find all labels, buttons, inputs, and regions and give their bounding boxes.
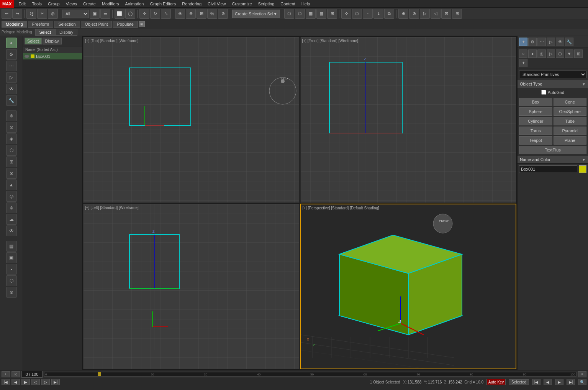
bind-button[interactable]: ◎ <box>48 9 58 19</box>
btn-geosphere[interactable]: GeoSphere <box>554 107 587 116</box>
go-start-btn[interactable]: |◀ <box>2 379 10 385</box>
extra-4[interactable]: ⤓ <box>373 9 383 19</box>
create-selection-btn[interactable]: Create Selection Sel▼ <box>232 10 280 18</box>
tab-object-paint[interactable]: Object Paint <box>81 21 112 28</box>
explorer-display-btn[interactable]: Display <box>43 38 62 44</box>
menu-modifiers[interactable]: Modifiers <box>99 1 122 7</box>
menu-help[interactable]: Help <box>298 1 313 7</box>
play-end-3[interactable]: ▶ <box>555 379 563 385</box>
btn-box[interactable]: Box <box>519 98 552 106</box>
name-color-section-header[interactable]: Name and Color ▼ <box>518 156 588 164</box>
btn-tube[interactable]: Tube <box>554 117 587 125</box>
prev-frame-btn[interactable]: ◀ <box>11 379 20 385</box>
menu-graph-editors[interactable]: Graph Editors <box>147 1 179 7</box>
sidebar-s10[interactable]: ☁ <box>6 214 17 225</box>
scale-btn[interactable]: ⤡ <box>161 9 171 19</box>
sidebar-s13[interactable]: ▣ <box>6 252 17 263</box>
menu-civil-view[interactable]: Civil View <box>205 1 229 7</box>
play-btn[interactable]: ▶ <box>21 379 30 385</box>
sidebar-motion-icon[interactable]: ▷ <box>6 72 17 83</box>
sidebar-modify-icon[interactable]: ⚙ <box>6 49 17 60</box>
btn-torus[interactable]: Torus <box>519 127 552 135</box>
autogrid-label[interactable]: AutoGrid <box>541 90 564 95</box>
extra-9[interactable]: ◁ <box>431 9 441 19</box>
angle-snap[interactable]: ⊞ <box>197 9 206 19</box>
sidebar-hierarchy-icon[interactable]: ⋯ <box>6 61 17 71</box>
rp-create-icon[interactable]: ✦ <box>519 38 527 46</box>
btn-pyramid[interactable]: Pyramid <box>554 127 587 135</box>
key-mode-btn[interactable]: K <box>11 371 20 377</box>
tab-populate[interactable]: Populate <box>113 21 138 28</box>
named-sel-2[interactable]: ⬡ <box>295 9 305 19</box>
extra-2[interactable]: ⬡ <box>352 9 362 19</box>
sidebar-s12[interactable]: ▤ <box>6 241 17 252</box>
sidebar-s2[interactable]: ⊙ <box>6 122 17 133</box>
tab-selection[interactable]: Selection <box>54 21 80 28</box>
play-end-2[interactable]: ◀ <box>544 379 552 385</box>
play-end-4[interactable]: ▶| <box>567 379 575 385</box>
extra-3[interactable]: ↑ <box>363 9 373 19</box>
extra-6[interactable]: ⊕ <box>398 9 408 19</box>
menu-content[interactable]: Content <box>277 1 298 7</box>
sidebar-s9[interactable]: ⊚ <box>6 202 17 213</box>
move-btn[interactable]: ✛ <box>139 9 149 19</box>
menu-animation[interactable]: Animation <box>122 1 147 7</box>
viewport-perspective[interactable]: ⊿ PERSP X Y [+] [Perspective] [Standard]… <box>300 204 517 370</box>
btn-plane[interactable]: Plane <box>554 136 587 145</box>
zoom-btn[interactable]: 🔍 <box>578 379 586 385</box>
autogrid-checkbox[interactable] <box>541 90 546 95</box>
unlink-button[interactable]: ✂ <box>37 9 47 19</box>
menu-views[interactable]: Views <box>63 1 80 7</box>
sidebar-s7[interactable]: ▲ <box>6 179 17 190</box>
sidebar-s1[interactable]: ⊕ <box>6 110 17 121</box>
explorer-select-btn[interactable]: Select <box>25 38 42 44</box>
object-color-swatch[interactable] <box>579 165 586 173</box>
menu-tools[interactable]: Tools <box>29 1 45 7</box>
sidebar-s5[interactable]: ⊞ <box>6 156 17 167</box>
sidebar-create-icon[interactable]: ● <box>6 38 17 48</box>
viewport-top[interactable]: [+] [Top] [Standard] [Wireframe] TOP <box>83 37 300 203</box>
named-sel-4[interactable]: ▦ <box>316 9 326 19</box>
rp-s5[interactable]: ⬡ <box>556 49 564 58</box>
autokey-btn[interactable]: Auto Key <box>486 379 506 385</box>
timeline-slider-track[interactable]: 0 10 20 30 40 50 60 70 80 90 100 <box>44 372 577 377</box>
explorer-item-box001[interactable]: Box001 <box>23 53 82 59</box>
menu-edit[interactable]: Edit <box>15 1 29 7</box>
sidebar-utilities-icon[interactable]: 🔧 <box>6 95 17 106</box>
object-type-section-header[interactable]: Object Type ▼ <box>518 80 588 88</box>
next-frame-btn[interactable]: ▷ <box>41 379 50 385</box>
link-button[interactable]: ⛓ <box>26 9 36 19</box>
frame-display[interactable]: 0 / 100 <box>21 371 43 378</box>
rp-motion-icon[interactable]: ▷ <box>547 38 555 46</box>
sub-tab-select[interactable]: Select <box>35 29 56 36</box>
extra-5[interactable]: ⧉ <box>384 9 394 19</box>
play-back-btn[interactable]: ◁ <box>31 379 40 385</box>
percent-snap[interactable]: % <box>207 9 217 19</box>
play-end-1[interactable]: |◀ <box>532 379 541 385</box>
extra-10[interactable]: ⊡ <box>441 9 451 19</box>
named-sel-1[interactable]: ⬡ <box>284 9 294 19</box>
view-select[interactable]: 👁 <box>175 9 185 19</box>
extra-11[interactable]: ⊞ <box>452 9 462 19</box>
rp-s7[interactable]: ⊞ <box>574 49 583 58</box>
sidebar-s14[interactable]: ▪ <box>6 264 17 275</box>
select-by-name-btn[interactable]: ☰ <box>100 9 110 19</box>
tab-modeling[interactable]: Modeling <box>2 21 27 28</box>
rotate-btn[interactable]: ↻ <box>150 9 160 19</box>
snap-toggle[interactable]: ⊕ <box>186 9 196 19</box>
key-filter-btn[interactable]: ≡ <box>578 371 586 377</box>
btn-cone[interactable]: Cone <box>554 98 587 106</box>
btn-cylinder[interactable]: Cylinder <box>519 117 552 125</box>
menu-scripting[interactable]: Scripting <box>255 1 278 7</box>
sidebar-s15[interactable]: ⬡ <box>6 275 17 286</box>
rp-display-icon[interactable]: 👁 <box>556 38 564 46</box>
rp-hierarchy-icon[interactable]: ⋯ <box>537 38 546 46</box>
sidebar-s3[interactable]: ◈ <box>6 133 17 144</box>
sidebar-s4[interactable]: ⬡ <box>6 145 17 156</box>
mode-dropdown[interactable]: All <box>62 10 89 18</box>
rp-s6[interactable]: ▼ <box>565 49 573 58</box>
rp-modify-icon[interactable]: ⚙ <box>528 38 537 46</box>
tab-freeform[interactable]: Freeform <box>28 21 54 28</box>
btn-textplus[interactable]: TextPlus <box>519 146 586 154</box>
menu-rendering[interactable]: Rendering <box>179 1 205 7</box>
